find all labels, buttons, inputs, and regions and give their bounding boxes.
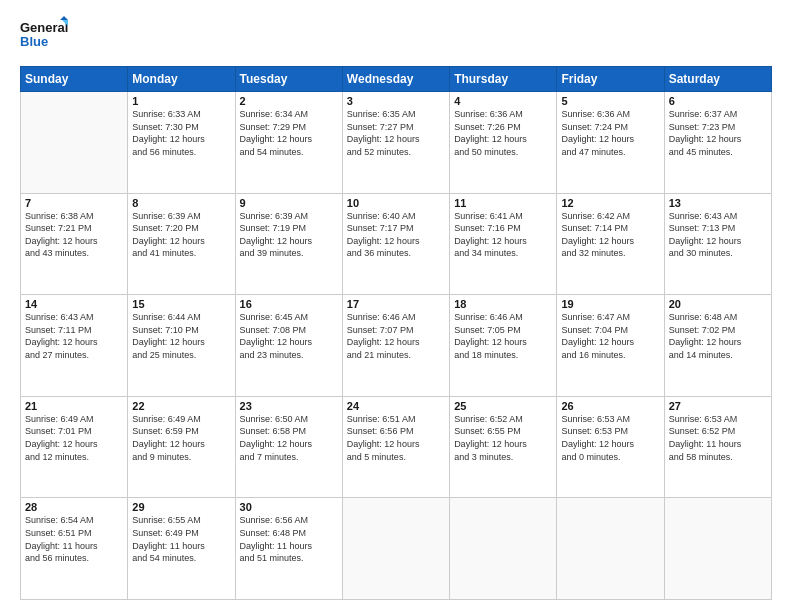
page: General Blue SundayMondayTuesdayWednesda… [0,0,792,612]
cell-info: Sunrise: 6:48 AMSunset: 7:02 PMDaylight:… [669,311,767,361]
cell-info: Sunrise: 6:43 AMSunset: 7:11 PMDaylight:… [25,311,123,361]
calendar-col-saturday: Saturday [664,67,771,92]
calendar-cell: 11Sunrise: 6:41 AMSunset: 7:16 PMDayligh… [450,193,557,295]
day-number: 27 [669,400,767,412]
day-number: 29 [132,501,230,513]
day-number: 12 [561,197,659,209]
calendar-cell: 6Sunrise: 6:37 AMSunset: 7:23 PMDaylight… [664,92,771,194]
day-number: 16 [240,298,338,310]
calendar-cell: 24Sunrise: 6:51 AMSunset: 6:56 PMDayligh… [342,396,449,498]
calendar-cell [557,498,664,600]
calendar-header-row: SundayMondayTuesdayWednesdayThursdayFrid… [21,67,772,92]
day-number: 2 [240,95,338,107]
calendar-cell: 26Sunrise: 6:53 AMSunset: 6:53 PMDayligh… [557,396,664,498]
calendar-cell: 13Sunrise: 6:43 AMSunset: 7:13 PMDayligh… [664,193,771,295]
day-number: 22 [132,400,230,412]
cell-info: Sunrise: 6:51 AMSunset: 6:56 PMDaylight:… [347,413,445,463]
calendar-cell: 17Sunrise: 6:46 AMSunset: 7:07 PMDayligh… [342,295,449,397]
cell-info: Sunrise: 6:47 AMSunset: 7:04 PMDaylight:… [561,311,659,361]
logo: General Blue [20,16,70,56]
day-number: 8 [132,197,230,209]
day-number: 10 [347,197,445,209]
calendar-cell: 29Sunrise: 6:55 AMSunset: 6:49 PMDayligh… [128,498,235,600]
day-number: 17 [347,298,445,310]
day-number: 9 [240,197,338,209]
calendar-table: SundayMondayTuesdayWednesdayThursdayFrid… [20,66,772,600]
calendar-cell: 25Sunrise: 6:52 AMSunset: 6:55 PMDayligh… [450,396,557,498]
cell-info: Sunrise: 6:37 AMSunset: 7:23 PMDaylight:… [669,108,767,158]
calendar-cell: 22Sunrise: 6:49 AMSunset: 6:59 PMDayligh… [128,396,235,498]
day-number: 1 [132,95,230,107]
day-number: 24 [347,400,445,412]
week-row-4: 28Sunrise: 6:54 AMSunset: 6:51 PMDayligh… [21,498,772,600]
calendar-col-friday: Friday [557,67,664,92]
calendar-cell: 16Sunrise: 6:45 AMSunset: 7:08 PMDayligh… [235,295,342,397]
day-number: 7 [25,197,123,209]
cell-info: Sunrise: 6:43 AMSunset: 7:13 PMDaylight:… [669,210,767,260]
cell-info: Sunrise: 6:46 AMSunset: 7:07 PMDaylight:… [347,311,445,361]
cell-info: Sunrise: 6:56 AMSunset: 6:48 PMDaylight:… [240,514,338,564]
cell-info: Sunrise: 6:53 AMSunset: 6:53 PMDaylight:… [561,413,659,463]
cell-info: Sunrise: 6:39 AMSunset: 7:19 PMDaylight:… [240,210,338,260]
cell-info: Sunrise: 6:55 AMSunset: 6:49 PMDaylight:… [132,514,230,564]
day-number: 19 [561,298,659,310]
calendar-cell: 20Sunrise: 6:48 AMSunset: 7:02 PMDayligh… [664,295,771,397]
day-number: 21 [25,400,123,412]
day-number: 28 [25,501,123,513]
cell-info: Sunrise: 6:40 AMSunset: 7:17 PMDaylight:… [347,210,445,260]
calendar-cell: 30Sunrise: 6:56 AMSunset: 6:48 PMDayligh… [235,498,342,600]
calendar-col-monday: Monday [128,67,235,92]
day-number: 15 [132,298,230,310]
calendar-cell: 28Sunrise: 6:54 AMSunset: 6:51 PMDayligh… [21,498,128,600]
cell-info: Sunrise: 6:35 AMSunset: 7:27 PMDaylight:… [347,108,445,158]
calendar-cell: 10Sunrise: 6:40 AMSunset: 7:17 PMDayligh… [342,193,449,295]
cell-info: Sunrise: 6:45 AMSunset: 7:08 PMDaylight:… [240,311,338,361]
cell-info: Sunrise: 6:49 AMSunset: 7:01 PMDaylight:… [25,413,123,463]
svg-text:General: General [20,20,68,35]
calendar-cell: 27Sunrise: 6:53 AMSunset: 6:52 PMDayligh… [664,396,771,498]
week-row-3: 21Sunrise: 6:49 AMSunset: 7:01 PMDayligh… [21,396,772,498]
cell-info: Sunrise: 6:34 AMSunset: 7:29 PMDaylight:… [240,108,338,158]
calendar-cell [342,498,449,600]
calendar-cell: 9Sunrise: 6:39 AMSunset: 7:19 PMDaylight… [235,193,342,295]
day-number: 3 [347,95,445,107]
calendar-cell: 14Sunrise: 6:43 AMSunset: 7:11 PMDayligh… [21,295,128,397]
cell-info: Sunrise: 6:44 AMSunset: 7:10 PMDaylight:… [132,311,230,361]
cell-info: Sunrise: 6:42 AMSunset: 7:14 PMDaylight:… [561,210,659,260]
day-number: 20 [669,298,767,310]
cell-info: Sunrise: 6:39 AMSunset: 7:20 PMDaylight:… [132,210,230,260]
day-number: 14 [25,298,123,310]
calendar-col-sunday: Sunday [21,67,128,92]
cell-info: Sunrise: 6:53 AMSunset: 6:52 PMDaylight:… [669,413,767,463]
calendar-cell: 7Sunrise: 6:38 AMSunset: 7:21 PMDaylight… [21,193,128,295]
calendar-cell [21,92,128,194]
calendar-cell: 12Sunrise: 6:42 AMSunset: 7:14 PMDayligh… [557,193,664,295]
cell-info: Sunrise: 6:54 AMSunset: 6:51 PMDaylight:… [25,514,123,564]
calendar-cell: 23Sunrise: 6:50 AMSunset: 6:58 PMDayligh… [235,396,342,498]
week-row-0: 1Sunrise: 6:33 AMSunset: 7:30 PMDaylight… [21,92,772,194]
day-number: 25 [454,400,552,412]
cell-info: Sunrise: 6:49 AMSunset: 6:59 PMDaylight:… [132,413,230,463]
day-number: 26 [561,400,659,412]
svg-text:Blue: Blue [20,34,48,49]
day-number: 23 [240,400,338,412]
week-row-1: 7Sunrise: 6:38 AMSunset: 7:21 PMDaylight… [21,193,772,295]
cell-info: Sunrise: 6:33 AMSunset: 7:30 PMDaylight:… [132,108,230,158]
day-number: 13 [669,197,767,209]
cell-info: Sunrise: 6:41 AMSunset: 7:16 PMDaylight:… [454,210,552,260]
calendar-col-thursday: Thursday [450,67,557,92]
cell-info: Sunrise: 6:38 AMSunset: 7:21 PMDaylight:… [25,210,123,260]
day-number: 18 [454,298,552,310]
calendar-cell: 8Sunrise: 6:39 AMSunset: 7:20 PMDaylight… [128,193,235,295]
cell-info: Sunrise: 6:52 AMSunset: 6:55 PMDaylight:… [454,413,552,463]
day-number: 6 [669,95,767,107]
calendar-cell: 3Sunrise: 6:35 AMSunset: 7:27 PMDaylight… [342,92,449,194]
header: General Blue [20,16,772,56]
svg-marker-2 [60,16,68,20]
calendar-cell: 1Sunrise: 6:33 AMSunset: 7:30 PMDaylight… [128,92,235,194]
calendar-cell: 2Sunrise: 6:34 AMSunset: 7:29 PMDaylight… [235,92,342,194]
calendar-cell: 4Sunrise: 6:36 AMSunset: 7:26 PMDaylight… [450,92,557,194]
logo-svg: General Blue [20,16,70,56]
calendar-cell: 15Sunrise: 6:44 AMSunset: 7:10 PMDayligh… [128,295,235,397]
cell-info: Sunrise: 6:50 AMSunset: 6:58 PMDaylight:… [240,413,338,463]
